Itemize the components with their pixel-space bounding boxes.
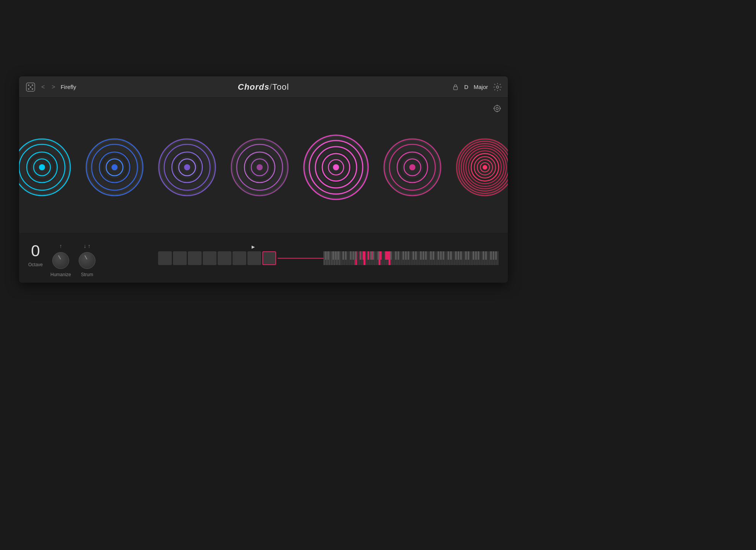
octave-control: 0 Octave [28,243,43,267]
svg-point-24 [39,164,45,170]
nav-forward-button[interactable]: > [50,82,57,92]
settings-icon[interactable] [493,83,502,91]
svg-point-46 [184,164,190,170]
octave-value: 0 [31,243,40,259]
chord-ring-5[interactable] [302,133,370,202]
controls-left: 0 Octave ↑ Humanize ↓ ↑ Strum [28,239,150,277]
chord-blocks [158,251,276,265]
chord-block-6[interactable] [233,251,246,265]
svg-rect-214 [438,251,439,260]
svg-point-57 [257,164,263,170]
dice-icon[interactable] [25,82,36,92]
svg-rect-216 [443,251,444,260]
piano-keys-visualization[interactable] [323,251,499,265]
svg-rect-194 [368,251,369,260]
strum-label: Strum [81,272,93,277]
svg-point-2 [32,84,33,86]
svg-rect-202 [395,251,397,260]
svg-point-69 [333,164,339,170]
piano-roll-area: ▶ [150,251,499,265]
svg-rect-192 [360,251,362,260]
app-title: Chords/Tool [238,82,289,92]
svg-rect-230 [493,251,494,260]
svg-rect-191 [355,251,357,260]
target-icon[interactable] [493,104,502,113]
svg-rect-208 [415,251,417,260]
chord-block-5[interactable] [218,251,231,265]
svg-rect-182 [325,251,326,260]
svg-rect-211 [425,251,426,260]
strum-knob[interactable] [79,252,95,269]
strum-control: ↓ ↑ Strum [79,243,95,277]
octave-label: Octave [28,262,43,267]
svg-point-35 [111,164,118,170]
svg-rect-203 [397,251,399,260]
chord-ring-7[interactable] [454,137,508,198]
header-left: < > Firefly [25,82,184,92]
strum-arrows: ↓ ↑ [84,243,90,249]
svg-rect-193 [362,251,364,260]
humanize-up-arrow: ↑ [60,243,62,249]
chord-ring-2[interactable] [84,137,145,198]
svg-rect-196 [373,251,374,260]
svg-rect-201 [390,251,392,260]
svg-rect-98 [323,251,499,265]
key-label[interactable]: D [464,84,468,90]
nav-back-button[interactable]: < [40,82,46,92]
chord-block-active[interactable] [262,251,276,265]
svg-rect-219 [455,251,457,260]
svg-rect-185 [335,251,336,260]
svg-rect-204 [402,251,404,260]
chord-block-1[interactable] [158,251,172,265]
svg-rect-205 [405,251,407,260]
svg-point-9 [496,107,498,110]
chord-rings-container [34,133,493,202]
svg-point-3 [28,88,29,90]
svg-rect-187 [342,251,344,260]
chord-block-4[interactable] [203,251,216,265]
svg-rect-186 [338,251,339,260]
svg-rect-6 [454,87,457,90]
chord-block-2[interactable] [173,251,187,265]
chord-block-3[interactable] [188,251,202,265]
chord-ring-3[interactable] [157,137,218,198]
svg-rect-231 [495,251,497,260]
svg-rect-198 [380,251,381,260]
chord-ring-1[interactable] [19,137,73,198]
svg-rect-188 [345,251,347,260]
svg-rect-221 [460,251,462,260]
lock-icon[interactable] [452,84,459,91]
mode-label[interactable]: Major [473,84,488,90]
svg-rect-207 [413,251,414,260]
piano-roll-line [278,258,323,259]
svg-rect-210 [423,251,424,260]
header-right: D Major [343,83,502,91]
svg-point-7 [496,86,499,88]
svg-rect-217 [447,251,449,260]
svg-rect-184 [333,251,334,260]
svg-rect-199 [385,251,386,260]
svg-rect-200 [388,251,389,260]
svg-rect-218 [450,251,452,260]
svg-rect-220 [458,251,459,260]
svg-point-8 [494,105,500,112]
chord-ring-6[interactable] [382,137,443,198]
header-center: Chords/Tool [184,82,343,92]
svg-rect-229 [490,251,492,260]
humanize-knob[interactable] [52,252,69,269]
svg-rect-222 [465,251,467,260]
humanize-control: ↑ Humanize [50,243,71,277]
svg-rect-190 [352,251,354,260]
chord-ring-4[interactable] [229,137,290,198]
svg-rect-213 [433,251,434,260]
svg-rect-197 [378,251,379,260]
chord-block-7[interactable] [247,251,261,265]
svg-rect-224 [473,251,474,260]
svg-point-97 [483,165,487,170]
chords-area [19,98,508,233]
bottom-area: 0 Octave ↑ Humanize ↓ ↑ Strum [19,233,508,283]
svg-rect-228 [485,251,487,260]
svg-rect-227 [483,251,484,260]
main-content: 0 Octave ↑ Humanize ↓ ↑ Strum [19,98,508,283]
svg-rect-209 [420,251,422,260]
